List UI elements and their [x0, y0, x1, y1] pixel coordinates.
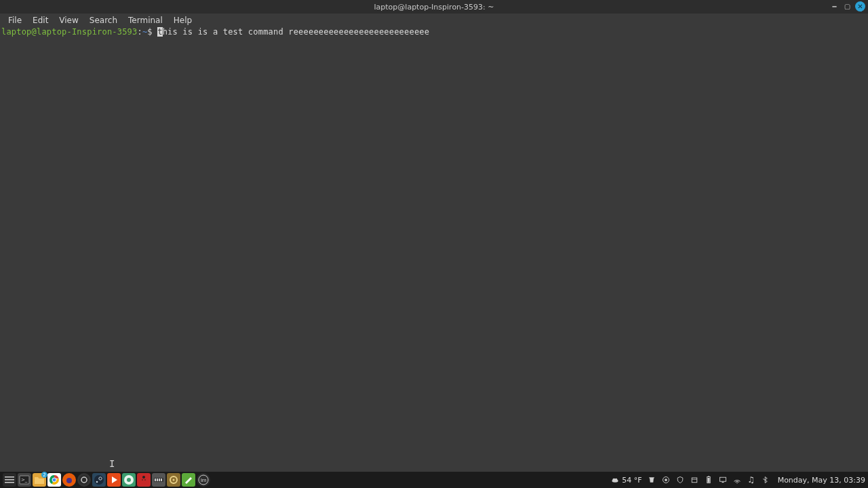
svg-rect-41 [719, 477, 726, 481]
window-controls: ━ ▢ ✕ [829, 1, 865, 12]
shield-icon[interactable] [675, 475, 685, 485]
window-title: laptop@laptop-Inspiron-3593: ~ [374, 3, 494, 12]
menu-edit[interactable]: Edit [27, 14, 54, 26]
svg-rect-0 [5, 476, 14, 478]
terminal-app-icon[interactable]: >_ [18, 473, 31, 487]
terminal-area[interactable]: laptop@laptop-Inspiron-3593:~$ this is i… [0, 27, 868, 472]
gear-app-icon[interactable] [167, 473, 180, 487]
svg-point-17 [127, 478, 131, 482]
taskbar-clock[interactable]: Monday, May 13, 03:39 [775, 476, 865, 485]
svg-text:lm: lm [201, 477, 207, 483]
prompt-separator: : [137, 27, 142, 37]
svg-point-10 [79, 475, 89, 485]
editor-app-icon[interactable] [182, 473, 195, 487]
svg-point-14 [96, 481, 98, 483]
svg-rect-23 [155, 479, 156, 481]
audio-icon[interactable]: ♫ [747, 475, 756, 485]
svg-point-20 [142, 479, 143, 481]
terminal-cursor: t [157, 27, 162, 37]
bluetooth-icon[interactable] [761, 475, 770, 485]
svg-rect-25 [159, 479, 160, 481]
files-app-icon[interactable]: 2 [33, 473, 46, 487]
menu-view[interactable]: View [54, 14, 83, 26]
svg-point-19 [142, 476, 145, 479]
svg-point-33 [615, 479, 618, 481]
cloud-icon [610, 475, 620, 485]
kdenlive-app-icon[interactable] [152, 473, 165, 487]
svg-point-35 [665, 479, 667, 481]
svg-marker-15 [112, 476, 117, 483]
svg-rect-26 [161, 479, 162, 481]
firefox-app-icon[interactable] [62, 473, 76, 487]
menu-icon[interactable] [3, 473, 16, 487]
mint-app-icon[interactable]: lm [197, 473, 210, 487]
svg-point-28 [173, 479, 175, 481]
network-icon[interactable] [732, 475, 742, 485]
svg-rect-36 [692, 478, 697, 483]
weather-widget[interactable]: 54 °F [610, 475, 642, 485]
prompt-symbol: $ [147, 27, 152, 37]
media-app-icon[interactable] [107, 473, 121, 487]
battery-icon[interactable] [704, 475, 713, 485]
svg-point-7 [52, 478, 56, 482]
taskbar-app-launchers: >_ 2 [3, 473, 210, 487]
vscode-app-icon[interactable] [122, 473, 136, 487]
svg-rect-39 [708, 476, 709, 476]
menubar: File Edit View Search Terminal Help [0, 14, 868, 27]
taskbar-tray: 54 °F ♫ Monday, May 13, 03:39 [610, 475, 865, 485]
ladybug-app-icon[interactable] [137, 473, 151, 487]
window-titlebar: laptop@laptop-Inspiron-3593: ~ ━ ▢ ✕ [0, 0, 868, 14]
svg-rect-2 [5, 482, 14, 483]
svg-point-12 [94, 475, 104, 485]
close-button[interactable]: ✕ [855, 1, 865, 12]
obs-app-icon[interactable] [77, 473, 91, 487]
weather-temp: 54 °F [622, 476, 642, 485]
terminal-command-text: his is is a test command reeeeeeeeeeeeee… [163, 27, 430, 37]
monitor-icon[interactable] [718, 475, 728, 485]
trash-icon[interactable] [647, 475, 656, 485]
taskbar: >_ 2 [0, 472, 868, 488]
svg-rect-24 [157, 479, 158, 481]
text-cursor-icon: I [109, 458, 115, 469]
svg-rect-42 [722, 482, 724, 483]
svg-point-21 [144, 479, 146, 481]
svg-rect-1 [5, 479, 14, 481]
files-badge: 2 [41, 472, 47, 478]
record-icon[interactable] [661, 475, 671, 485]
minimize-button[interactable]: ━ [829, 1, 840, 12]
maximize-button[interactable]: ▢ [842, 1, 852, 12]
package-icon[interactable] [690, 475, 699, 485]
menu-terminal[interactable]: Terminal [123, 14, 168, 26]
svg-point-43 [736, 483, 738, 484]
svg-point-9 [66, 478, 72, 483]
chrome-app-icon[interactable] [47, 473, 61, 487]
menu-file[interactable]: File [3, 14, 27, 26]
menu-help[interactable]: Help [168, 14, 197, 26]
steam-app-icon[interactable] [92, 473, 106, 487]
svg-text:>_: >_ [21, 477, 28, 483]
svg-rect-40 [707, 478, 709, 483]
menu-search[interactable]: Search [84, 14, 123, 26]
prompt-userhost: laptop@laptop-Inspiron-3593 [1, 27, 137, 37]
